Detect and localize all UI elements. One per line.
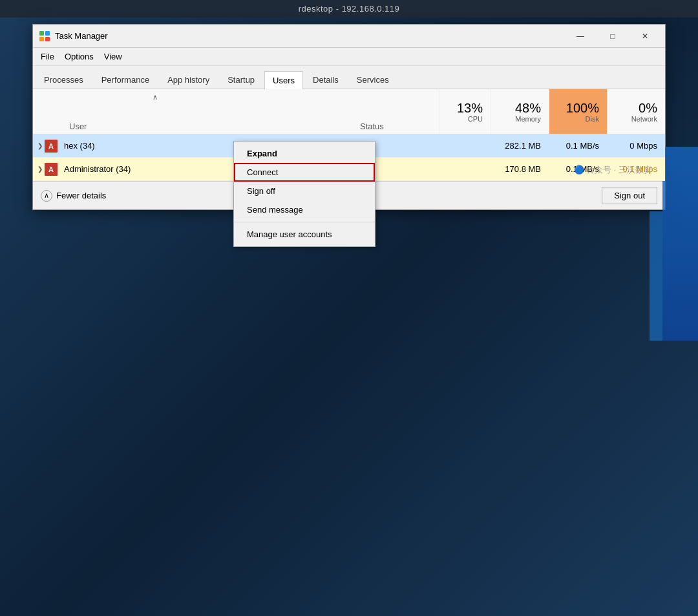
row-expand-icon[interactable]: ❯: [33, 165, 45, 173]
tabs-bar: Processes Performance App history Startu…: [33, 66, 665, 89]
menu-file[interactable]: File: [36, 50, 59, 63]
tab-services[interactable]: Services: [348, 70, 397, 89]
tab-details[interactable]: Details: [304, 70, 347, 89]
window-title: Task Manager: [55, 31, 566, 41]
svg-rect-1: [45, 31, 50, 36]
user-avatar: A: [45, 140, 58, 153]
watermark: 🔵 公众号 · 三沃数安: [574, 164, 652, 176]
network-label: Network: [631, 115, 657, 123]
cpu-pct: 13%: [457, 101, 483, 115]
menu-options[interactable]: Options: [59, 50, 99, 63]
row-disk: 0.1 MB/s: [549, 141, 607, 151]
svg-rect-0: [39, 31, 44, 36]
tab-performance[interactable]: Performance: [93, 70, 158, 89]
disk-pct: 100%: [566, 101, 599, 115]
fewer-details-icon: ∧: [41, 190, 52, 202]
tab-processes[interactable]: Processes: [36, 70, 92, 89]
col-disk-header: 100% Disk: [549, 89, 607, 134]
close-button[interactable]: ✕: [630, 28, 660, 44]
context-menu: Expand Connect Sign off Send message Man…: [233, 141, 375, 247]
network-pct: 0%: [639, 101, 657, 115]
ctx-connect[interactable]: Connect: [234, 163, 375, 182]
memory-label: Memory: [515, 115, 541, 123]
row-expand-icon[interactable]: ❯: [33, 142, 45, 149]
row-network: 0 Mbps: [607, 141, 665, 151]
user-avatar: A: [45, 163, 58, 176]
tab-startup[interactable]: Startup: [219, 70, 263, 89]
col-network-header: 0% Network: [607, 89, 665, 134]
row-memory: 170.8 MB: [491, 164, 549, 174]
svg-rect-2: [39, 37, 44, 41]
fewer-details-button[interactable]: ∧ Fewer details: [41, 190, 106, 202]
row-memory: 282.1 MB: [491, 141, 549, 151]
col-memory-header: 48% Memory: [491, 89, 549, 134]
title-bar-text: rdesktop - 192.168.0.119: [299, 4, 400, 14]
ctx-manage-accounts[interactable]: Manage user accounts: [234, 225, 375, 244]
menu-view[interactable]: View: [99, 50, 127, 63]
sort-arrow-icon[interactable]: ∧: [153, 93, 158, 101]
disk-label: Disk: [586, 115, 599, 123]
main-content: ∧ User Status 13% CPU 48% Memory: [33, 89, 665, 181]
ctx-sign-off[interactable]: Sign off: [234, 182, 375, 200]
tab-app-history[interactable]: App history: [159, 70, 218, 89]
col-cpu-header: 13% CPU: [439, 89, 491, 134]
window-controls: — □ ✕: [566, 28, 660, 44]
svg-rect-3: [45, 37, 50, 41]
title-bar: rdesktop - 192.168.0.119: [0, 0, 698, 17]
context-menu-separator: [234, 222, 375, 222]
minimize-button[interactable]: —: [566, 28, 595, 44]
fewer-details-label: Fewer details: [56, 191, 106, 200]
ctx-send-message[interactable]: Send message: [234, 200, 375, 219]
col-user-label: User: [33, 122, 355, 131]
ctx-expand[interactable]: Expand: [234, 144, 375, 163]
memory-pct: 48%: [515, 101, 541, 115]
tab-users[interactable]: Users: [264, 71, 303, 89]
menu-bar: File Options View: [33, 48, 665, 66]
task-manager-window: Task Manager — □ ✕ File Options View Pro…: [32, 24, 666, 210]
app-icon: [38, 30, 51, 43]
sign-out-button[interactable]: Sign out: [602, 187, 657, 204]
col-status-label: Status: [355, 122, 439, 131]
maximize-button[interactable]: □: [598, 28, 628, 44]
cpu-label: CPU: [468, 115, 483, 123]
window-titlebar: Task Manager — □ ✕: [33, 25, 665, 48]
